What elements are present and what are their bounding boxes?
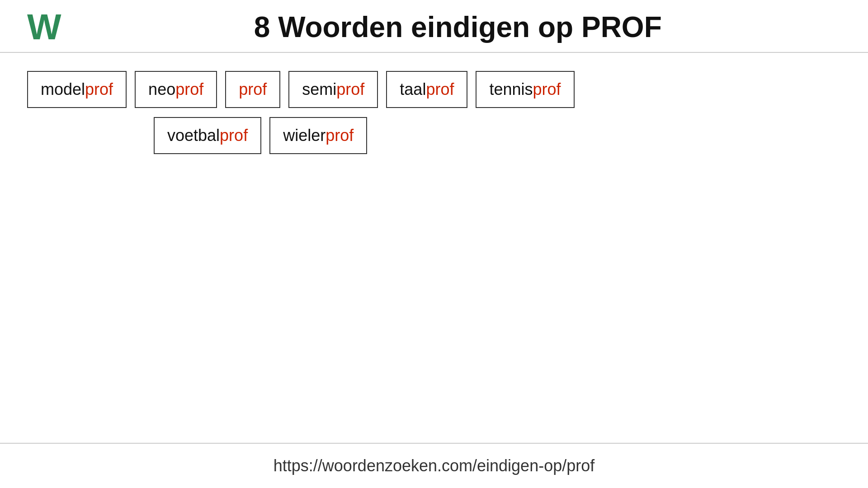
word-box-taalprof[interactable]: taalprof <box>386 71 467 108</box>
word-box-wielerprof[interactable]: wielerprof <box>269 117 367 154</box>
page-footer: https://woordenzoeken.com/eindigen-op/pr… <box>0 444 868 488</box>
word-suffix: prof <box>533 80 561 99</box>
word-solo: prof <box>239 80 267 99</box>
word-box-tennisprof[interactable]: tennisprof <box>476 71 574 108</box>
words-row-1: modelprof neoprof prof semiprof taalprof… <box>27 71 841 108</box>
word-prefix: tennis <box>489 80 533 99</box>
word-suffix: prof <box>85 80 113 99</box>
word-suffix: prof <box>326 126 354 145</box>
word-prefix: voetbal <box>167 126 220 145</box>
page-title: 8 Woorden eindigen op PROF <box>75 10 841 44</box>
word-prefix: semi <box>302 80 336 99</box>
word-suffix: prof <box>426 80 454 99</box>
word-prefix: wieler <box>283 126 326 145</box>
word-box-neoprof[interactable]: neoprof <box>135 71 217 108</box>
word-prefix: taal <box>400 80 426 99</box>
site-logo[interactable]: W <box>27 9 61 45</box>
words-row-2: voetbalprof wielerprof <box>154 117 841 154</box>
page-header: W 8 Woorden eindigen op PROF <box>0 0 868 52</box>
word-box-voetbalprof[interactable]: voetbalprof <box>154 117 261 154</box>
word-prefix: neo <box>148 80 175 99</box>
word-box-semiprof[interactable]: semiprof <box>288 71 378 108</box>
footer-url[interactable]: https://woordenzoeken.com/eindigen-op/pr… <box>274 456 594 475</box>
word-suffix: prof <box>336 80 364 99</box>
word-box-prof[interactable]: prof <box>225 71 280 108</box>
word-suffix: prof <box>220 126 248 145</box>
word-suffix: prof <box>175 80 203 99</box>
word-prefix: model <box>41 80 85 99</box>
word-box-modelprof[interactable]: modelprof <box>27 71 127 108</box>
words-content: modelprof neoprof prof semiprof taalprof… <box>0 53 868 443</box>
